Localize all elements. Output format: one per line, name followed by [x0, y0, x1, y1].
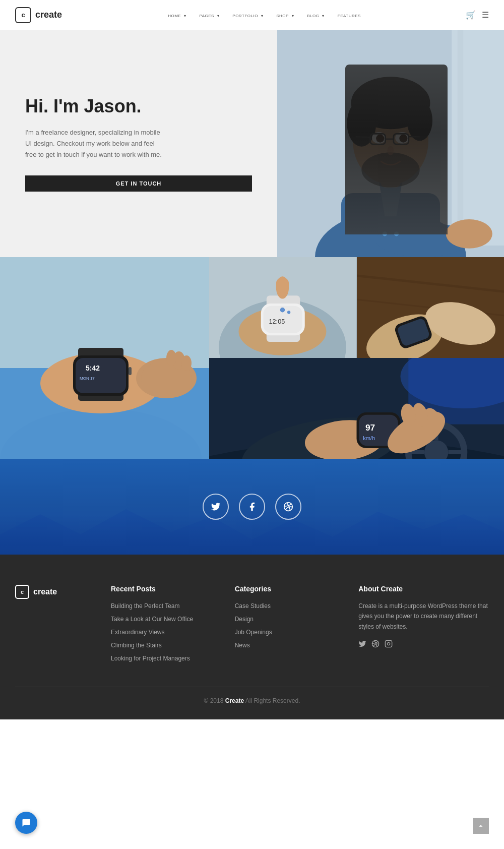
dribbble-button[interactable]: [275, 494, 301, 520]
nav-icons: 🛒 ☰: [466, 10, 489, 20]
svg-text:MON 17: MON 17: [80, 376, 95, 381]
post-link-3[interactable]: Extraordinary Views: [111, 629, 165, 636]
category-link-4[interactable]: News: [235, 642, 250, 649]
svg-point-9: [347, 100, 376, 146]
svg-text:km/h: km/h: [363, 435, 375, 441]
person-illustration: [277, 30, 504, 257]
footer-logo-icon: c: [15, 585, 29, 599]
watch-car-image: 97 km/h: [209, 358, 504, 459]
hero-text-panel: Hi. I'm Jason. I'm a freelance designer,…: [0, 30, 277, 257]
about-heading: About Create: [358, 585, 489, 593]
nav-features[interactable]: FEATURES: [337, 12, 361, 19]
gallery-grid: 12:05: [209, 257, 504, 459]
hero-greeting: Hi. I'm Jason.: [25, 96, 252, 117]
hero-section: Hi. I'm Jason. I'm a freelance designer,…: [0, 30, 504, 257]
footer-instagram-icon[interactable]: [385, 640, 393, 649]
watch-main-svg: 5:42 MON 17: [0, 257, 209, 459]
dribbble-icon: [283, 502, 293, 512]
footer-logo: c create: [15, 585, 96, 599]
list-item: Design: [235, 614, 344, 623]
category-link-1[interactable]: Case Studies: [235, 602, 271, 610]
gallery-cell-2: [357, 257, 505, 358]
nav-pages[interactable]: PAGES ▾: [198, 12, 219, 19]
svg-point-25: [394, 231, 399, 236]
watch-image-2: [357, 257, 505, 358]
svg-point-24: [383, 231, 387, 236]
svg-point-8: [351, 77, 430, 129]
post-link-5[interactable]: Looking for Project Managers: [111, 655, 190, 662]
svg-point-10: [407, 100, 432, 141]
twitter-icon: [211, 502, 221, 512]
list-item: Building the Perfect Team: [111, 601, 220, 610]
watch-car-svg: 97 km/h: [209, 358, 504, 459]
footer-recent-posts: Recent Posts Building the Perfect Team T…: [111, 585, 220, 666]
footer-bottom: © 2018 Create All Rights Reserved.: [15, 687, 489, 704]
navigation: c create HOME ▾ PAGES ▾ PORTFOLIO ▾ SHOP…: [0, 0, 504, 30]
footer-twitter-icon[interactable]: [358, 640, 366, 649]
gallery-section: 5:42 MON 17: [0, 257, 504, 459]
svg-rect-6: [381, 158, 400, 188]
svg-point-21: [387, 146, 394, 155]
svg-line-19: [356, 137, 370, 137]
logo-text: create: [35, 10, 62, 20]
nav-home[interactable]: HOME ▾: [167, 12, 186, 19]
cart-icon[interactable]: 🛒: [466, 10, 476, 20]
footer-social-icons: [358, 640, 489, 649]
svg-point-13: [395, 132, 409, 144]
recent-posts-heading: Recent Posts: [111, 585, 220, 593]
menu-icon[interactable]: ☰: [482, 10, 489, 20]
about-description: Create is a multi-purpose WordPress them…: [358, 601, 489, 632]
facebook-icon: [247, 502, 257, 512]
svg-text:5:42: 5:42: [86, 364, 100, 372]
nav-portfolio[interactable]: PORTFOLIO ▾: [231, 12, 263, 19]
list-item: Looking for Project Managers: [111, 653, 220, 662]
watch-svg-2: [357, 257, 505, 358]
get-in-touch-button[interactable]: GET IN TOUCH: [25, 175, 252, 192]
svg-point-23: [446, 219, 492, 249]
svg-point-49: [280, 308, 285, 312]
site-logo[interactable]: c create: [15, 7, 62, 23]
nav-links: HOME ▾ PAGES ▾ PORTFOLIO ▾ SHOP ▾ BLOG ▾…: [167, 12, 361, 19]
svg-rect-2: [458, 30, 464, 239]
svg-rect-17: [394, 134, 409, 144]
social-banner: [0, 459, 504, 555]
hero-description: I'm a freelance designer, specializing i…: [25, 127, 166, 160]
copyright-text: © 2018 Create All Rights Reserved.: [15, 697, 489, 704]
svg-point-41: [166, 350, 176, 366]
footer: c create Recent Posts Building the Perfe…: [0, 555, 504, 719]
footer-logo-area: c create: [15, 585, 96, 666]
svg-rect-16: [370, 134, 386, 144]
list-item: News: [235, 640, 344, 649]
post-link-2[interactable]: Take a Look at Our New Office: [111, 616, 193, 623]
svg-point-7: [353, 97, 428, 185]
footer-dribbble-icon[interactable]: [371, 640, 380, 649]
post-link-1[interactable]: Building the Perfect Team: [111, 602, 180, 610]
svg-text:12:05: 12:05: [269, 318, 285, 325]
category-link-3[interactable]: Job Openings: [235, 629, 272, 636]
footer-logo-text: create: [33, 587, 57, 596]
twitter-button[interactable]: [203, 494, 229, 520]
hero-image: [277, 30, 504, 257]
post-link-4[interactable]: Climbing the Stairs: [111, 642, 162, 649]
svg-rect-53: [276, 277, 289, 293]
svg-point-11: [361, 152, 419, 187]
svg-text:97: 97: [365, 422, 375, 433]
facebook-button[interactable]: [239, 494, 265, 520]
logo-icon: c: [15, 7, 31, 23]
footer-about: About Create Create is a multi-purpose W…: [358, 585, 489, 666]
categories-heading: Categories: [235, 585, 344, 593]
gallery-cell-1: 12:05: [209, 257, 357, 358]
svg-marker-5: [379, 181, 402, 216]
svg-point-40: [181, 355, 192, 371]
recent-posts-list: Building the Perfect Team Take a Look at…: [111, 601, 220, 662]
categories-list: Case Studies Design Job Openings News: [235, 601, 344, 649]
list-item: Take a Look at Our New Office: [111, 614, 220, 623]
category-link-2[interactable]: Design: [235, 616, 254, 623]
nav-blog[interactable]: BLOG ▾: [306, 12, 325, 19]
svg-point-12: [372, 132, 386, 144]
watch-main-image: 5:42 MON 17: [0, 257, 209, 459]
hero-photo: [277, 30, 504, 257]
svg-rect-33: [76, 358, 126, 393]
list-item: Case Studies: [235, 601, 344, 610]
nav-shop[interactable]: SHOP ▾: [275, 12, 294, 19]
